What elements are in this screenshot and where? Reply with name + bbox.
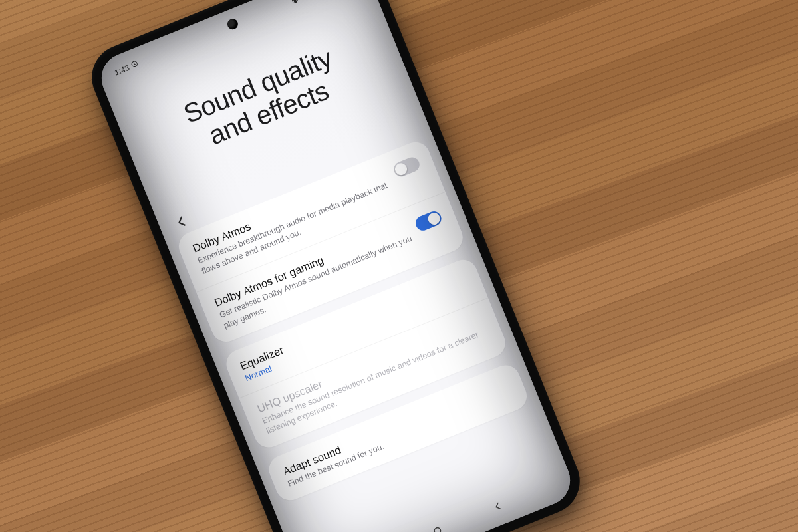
phone-screen: 1:43 68% [94,0,577,532]
status-clock-icon [130,59,140,70]
nav-back-button[interactable] [489,498,507,515]
screen-content: Sound quality and effects [94,0,577,532]
status-time: 1:43 [113,63,131,78]
svg-rect-1 [293,0,297,3]
svg-point-9 [434,527,442,532]
scene-backdrop: 1:43 68% [0,0,798,532]
nav-home-button[interactable] [429,522,446,532]
wifi-icon [299,0,311,1]
svg-rect-3 [296,0,297,1]
svg-rect-2 [292,0,293,3]
dolby-atmos-toggle[interactable] [392,155,422,178]
vibrate-icon [290,0,301,5]
phone-frame: 1:43 68% [82,0,590,532]
dolby-gaming-toggle[interactable] [414,209,444,233]
